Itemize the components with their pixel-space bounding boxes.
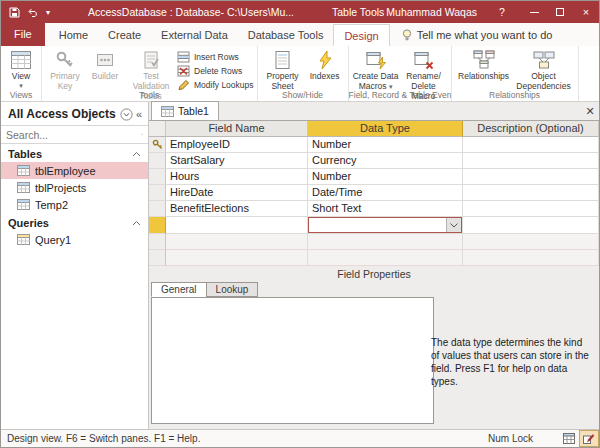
maximize-icon bbox=[556, 8, 564, 16]
test-validation-rules-icon bbox=[142, 49, 160, 71]
row-selector[interactable] bbox=[149, 234, 166, 250]
row-selector[interactable] bbox=[149, 169, 166, 185]
data-type-cell[interactable] bbox=[308, 250, 463, 266]
description-cell[interactable] bbox=[463, 250, 599, 266]
description-cell[interactable] bbox=[463, 169, 599, 185]
undo-button[interactable] bbox=[27, 8, 39, 17]
shutter-bar-close-button[interactable]: « bbox=[136, 108, 142, 120]
create-data-macros-button[interactable]: Create Data Macros ▾ bbox=[352, 48, 400, 93]
data-type-cell[interactable]: Currency bbox=[308, 153, 463, 169]
minimize-button[interactable] bbox=[521, 1, 547, 23]
data-type-combobox[interactable] bbox=[308, 217, 462, 233]
tell-me-label: Tell me what you want to do bbox=[417, 29, 553, 41]
description-cell[interactable] bbox=[463, 217, 599, 234]
row-selector[interactable] bbox=[149, 201, 166, 217]
chevron-up-icon bbox=[132, 220, 141, 226]
datasheet-view-button[interactable] bbox=[559, 430, 579, 447]
maximize-button[interactable] bbox=[547, 1, 573, 23]
save-button[interactable] bbox=[9, 7, 20, 18]
view-shortcut-buttons bbox=[559, 430, 599, 447]
close-object-button[interactable]: ✕ bbox=[581, 105, 599, 120]
field-properties-label: Field Properties bbox=[149, 266, 599, 280]
nav-group-tables[interactable]: Tables bbox=[1, 144, 148, 162]
indexes-button[interactable]: Indexes bbox=[305, 48, 345, 83]
view-button[interactable]: View ▾ bbox=[4, 48, 38, 90]
data-type-cell[interactable]: Short Text bbox=[308, 201, 463, 217]
help-button[interactable]: ? bbox=[493, 6, 511, 18]
row-selector[interactable] bbox=[149, 250, 166, 266]
search-input[interactable] bbox=[6, 129, 141, 141]
description-cell[interactable] bbox=[463, 185, 599, 201]
tab-file[interactable]: File bbox=[1, 23, 45, 46]
description-cell[interactable] bbox=[463, 153, 599, 169]
document-tab-table1[interactable]: Table1 bbox=[151, 101, 219, 120]
tab-design[interactable]: Design bbox=[333, 24, 389, 46]
tab-create[interactable]: Create bbox=[98, 24, 151, 46]
field-row-benefitelections[interactable]: BenefitElectionsShort Text bbox=[149, 201, 599, 217]
insert-rows-button[interactable]: Insert Rows bbox=[177, 50, 254, 63]
builder-button[interactable]: Builder bbox=[85, 48, 125, 83]
tab-external-data[interactable]: External Data bbox=[151, 24, 238, 46]
delete-rows-button[interactable]: Delete Rows bbox=[177, 64, 254, 77]
view-icon bbox=[10, 49, 32, 71]
chevron-down-icon bbox=[450, 223, 458, 228]
insert-rows-icon bbox=[177, 51, 190, 63]
description-cell[interactable] bbox=[463, 137, 599, 153]
property-grid[interactable] bbox=[151, 297, 434, 424]
relationships-button[interactable]: Relationships bbox=[455, 48, 513, 83]
data-type-cell[interactable]: Number bbox=[308, 137, 463, 153]
field-row-startsalary[interactable]: StartSalaryCurrency bbox=[149, 153, 599, 169]
design-view-button[interactable] bbox=[579, 430, 599, 447]
nav-search-box[interactable] bbox=[1, 125, 148, 144]
builder-label: Builder bbox=[92, 72, 118, 82]
primary-key-button[interactable]: Primary Key bbox=[45, 48, 85, 93]
tab-lookup[interactable]: Lookup bbox=[206, 282, 259, 297]
field-name-cell[interactable] bbox=[166, 250, 308, 266]
nav-item-tblemployee[interactable]: tblEmployee bbox=[1, 162, 148, 179]
row-selector[interactable] bbox=[149, 185, 166, 201]
empty-field-row[interactable] bbox=[149, 250, 599, 266]
tell-me-box[interactable]: Tell me what you want to do bbox=[402, 24, 553, 46]
nav-groups: TablestblEmployeetblProjectsTemp2Queries… bbox=[1, 144, 148, 248]
field-row-employeeid[interactable]: EmployeeIDNumber bbox=[149, 137, 599, 153]
field-name-cell[interactable]: HireDate bbox=[166, 185, 308, 201]
tab-general[interactable]: General bbox=[151, 282, 206, 297]
property-sheet-button[interactable]: Property Sheet bbox=[261, 48, 305, 93]
qat-customize-button[interactable]: ▾ bbox=[46, 8, 50, 17]
current-row-selector[interactable] bbox=[149, 217, 166, 234]
field-name-cell[interactable]: BenefitElections bbox=[166, 201, 308, 217]
data-type-cell[interactable]: Number bbox=[308, 169, 463, 185]
tab-home[interactable]: Home bbox=[49, 24, 98, 46]
description-cell[interactable] bbox=[463, 201, 599, 217]
current-field-row[interactable] bbox=[149, 217, 599, 234]
object-dependencies-button[interactable]: Object Dependencies bbox=[513, 48, 575, 93]
nav-item-query1[interactable]: Query1 bbox=[1, 231, 148, 248]
field-row-hiredate[interactable]: HireDateDate/Time bbox=[149, 185, 599, 201]
combo-dropdown-button[interactable] bbox=[446, 218, 461, 232]
row-selector[interactable] bbox=[149, 137, 166, 153]
title-bar: ▾ AccessDatabase : Database- C:\Users\Mu… bbox=[1, 1, 599, 23]
delete-rows-icon bbox=[177, 65, 190, 77]
data-type-cell[interactable] bbox=[308, 217, 463, 234]
field-name-cell[interactable] bbox=[166, 234, 308, 250]
row-selector[interactable] bbox=[149, 153, 166, 169]
nav-menu-button[interactable] bbox=[120, 108, 133, 121]
close-button[interactable]: × bbox=[573, 1, 599, 23]
field-name-cell[interactable]: EmployeeID bbox=[166, 137, 308, 153]
field-name-cell[interactable]: Hours bbox=[166, 169, 308, 185]
nav-item-tblprojects[interactable]: tblProjects bbox=[1, 179, 148, 196]
tab-database-tools[interactable]: Database Tools bbox=[238, 24, 334, 46]
table-icon bbox=[17, 165, 30, 176]
description-cell[interactable] bbox=[463, 234, 599, 250]
field-name-cell[interactable] bbox=[166, 217, 308, 234]
data-type-cell[interactable]: Date/Time bbox=[308, 185, 463, 201]
navigation-pane-header: All Access Objects « bbox=[1, 102, 148, 125]
group-label-events: Field, Record & Table Events bbox=[349, 90, 451, 100]
nav-group-queries[interactable]: Queries bbox=[1, 213, 148, 231]
data-type-cell[interactable] bbox=[308, 234, 463, 250]
nav-item-temp2[interactable]: Temp2 bbox=[1, 196, 148, 213]
empty-field-row[interactable] bbox=[149, 234, 599, 250]
user-name[interactable]: Muhammad Waqas bbox=[386, 6, 477, 18]
field-name-cell[interactable]: StartSalary bbox=[166, 153, 308, 169]
field-row-hours[interactable]: HoursNumber bbox=[149, 169, 599, 185]
